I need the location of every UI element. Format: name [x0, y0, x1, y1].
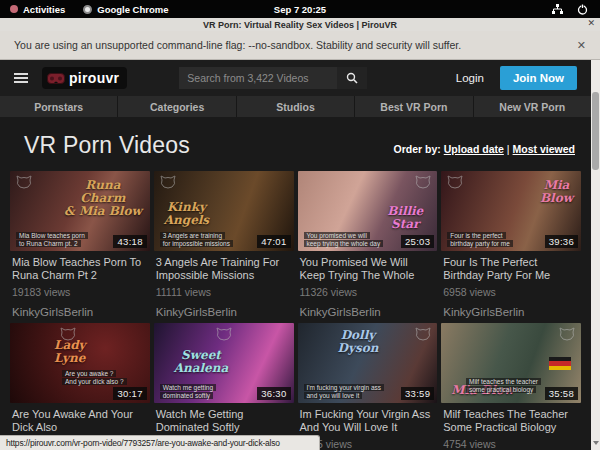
video-title[interactable]: 3 Angels Are Training For Impossible Mis…	[154, 256, 294, 281]
network-icon[interactable]	[552, 4, 563, 15]
thumbnail-caption: Watch me gettingdominated softly	[160, 384, 216, 399]
thumbnail-caption: Are you awake ?And your dick also ?	[62, 370, 127, 385]
thumbnail-caption: Mia Blow teaches pornto Runa Charm pt. 2	[16, 232, 88, 247]
duration-badge: 25:03	[401, 235, 434, 248]
view-count: 11326 views	[298, 286, 438, 298]
activities-icon	[10, 5, 18, 13]
chrome-icon	[83, 5, 92, 14]
view-count: 11111 views	[154, 286, 294, 298]
scrollbar-thumb[interactable]	[592, 92, 599, 170]
duration-badge: 43:18	[113, 235, 146, 248]
nav-item-studios[interactable]: Studios	[237, 96, 354, 117]
video-title[interactable]: Four Is The Perfect Birthday Party For M…	[441, 256, 581, 281]
thumbnail-overlay-title: Kinky Angels	[164, 201, 209, 227]
vr-headset-icon	[47, 73, 65, 84]
search-input[interactable]	[179, 67, 337, 89]
duration-badge: 30:17	[113, 387, 146, 400]
page-content: VR Porn Videos Order by: Upload date|Mos…	[0, 117, 591, 450]
order-separator: |	[504, 143, 513, 155]
duration-badge: 35:58	[545, 387, 578, 400]
thumbnail-caption: Four is the perfectbirthday party for me	[447, 232, 513, 247]
hamburger-menu-icon[interactable]	[14, 73, 28, 83]
studio-link[interactable]: KinkyGirlsBerlin	[298, 306, 438, 318]
video-thumbnail[interactable]: Sweet Analena Watch me gettingdominated …	[154, 323, 294, 403]
studio-link[interactable]: KinkyGirlsBerlin	[154, 306, 294, 318]
video-card[interactable]: Lady Lyne Are you awake ?And your dick a…	[10, 323, 150, 450]
video-card[interactable]: Dolly Dyson I'm fucking your virgin assa…	[298, 323, 438, 450]
video-title[interactable]: Mia Blow Teaches Porn To Runa Charm Pt 2	[10, 256, 150, 281]
order-by-most-viewed-link[interactable]: Most viewed	[513, 143, 575, 155]
status-url: https://pirouvr.com/vr-porn-video/779325…	[6, 438, 280, 448]
order-by-controls: Order by: Upload date|Most viewed	[394, 143, 575, 159]
site-header: pirouvr Login Join Now	[0, 60, 591, 96]
window-title-bar: VR Porn: Virtual Reality Sex Videos | Pi…	[0, 18, 600, 31]
video-thumbnail[interactable]: Mia Blow Milf teaches the teachersome pr…	[441, 323, 581, 403]
video-title[interactable]: Watch Me Getting Dominated Softly	[154, 408, 294, 433]
video-thumbnail[interactable]: Lady Lyne Are you awake ?And your dick a…	[10, 323, 150, 403]
app-menu-label: Google Chrome	[97, 4, 168, 15]
site-logo[interactable]: pirouvr	[42, 67, 127, 89]
video-thumbnail[interactable]: Billie Star You promised we willkeep try…	[298, 171, 438, 251]
activities-button[interactable]: Activities	[10, 4, 65, 15]
order-by-upload-date-link[interactable]: Upload date	[444, 143, 504, 155]
studio-link[interactable]: KinkyGirlsBerlin	[10, 306, 150, 318]
video-title[interactable]: Im Fucking Your Virgin Ass And You Will …	[298, 408, 438, 433]
thumbnail-caption: Milf teaches the teachersome practical b…	[466, 378, 541, 393]
scrollbar-down-arrow-icon[interactable]	[591, 438, 600, 448]
video-card[interactable]: Mia Blow Four is the perfectbirthday par…	[441, 171, 581, 318]
video-card[interactable]: Sweet Analena Watch me gettingdominated …	[154, 323, 294, 450]
video-title[interactable]: You Promised We Will Keep Trying The Who…	[298, 256, 438, 281]
logo-text: pirouvr	[69, 70, 119, 86]
system-top-bar: Activities Google Chrome Sep 7 20:25	[0, 0, 600, 18]
studio-watermark-icon	[160, 175, 176, 193]
window-close-icon[interactable]: ✕	[587, 18, 595, 28]
duration-badge: 47:01	[257, 235, 290, 248]
video-title[interactable]: Milf Teaches The Teacher Some Practical …	[441, 408, 581, 433]
duration-badge: 33:59	[401, 387, 434, 400]
search-bar	[179, 67, 367, 89]
login-link[interactable]: Login	[446, 68, 494, 88]
thumbnail-overlay-title: Dolly Dyson	[338, 329, 379, 355]
studio-watermark-icon	[60, 327, 76, 345]
page-title: VR Porn Videos	[24, 132, 190, 159]
studio-watermark-icon	[415, 175, 431, 193]
studio-link[interactable]: KinkyGirlsBerlin	[441, 306, 581, 318]
video-grid: Runa Charm & Mia Blow Mia Blow teaches p…	[0, 171, 591, 450]
video-card[interactable]: Kinky Angels 3 Angels are trainingfor im…	[154, 171, 294, 318]
chrome-infobar: You are using an unsupported command-lin…	[0, 31, 600, 60]
window-title: VR Porn: Virtual Reality Sex Videos | Pi…	[203, 20, 397, 30]
thumbnail-overlay-title: Mia Blow	[540, 179, 573, 205]
search-button[interactable]	[337, 67, 367, 89]
nav-item-best-vr-porn[interactable]: Best VR Porn	[355, 96, 472, 117]
view-count: 19183 views	[10, 286, 150, 298]
thumbnail-caption: 3 Angels are trainingfor impossible miss…	[160, 232, 233, 247]
nav-item-categories[interactable]: Categories	[118, 96, 235, 117]
video-thumbnail[interactable]: Mia Blow Four is the perfectbirthday par…	[441, 171, 581, 251]
video-card[interactable]: Mia Blow Milf teaches the teachersome pr…	[441, 323, 581, 450]
order-by-label: Order by:	[394, 143, 441, 155]
vertical-scrollbar[interactable]	[591, 60, 600, 450]
thumbnail-overlay-title: Sweet Analena	[174, 349, 229, 375]
video-thumbnail[interactable]: Dolly Dyson I'm fucking your virgin assa…	[298, 323, 438, 403]
video-title[interactable]: Are You Awake And Your Dick Also	[10, 408, 150, 433]
video-thumbnail[interactable]: Kinky Angels 3 Angels are trainingfor im…	[154, 171, 294, 251]
studio-watermark-icon	[559, 327, 575, 345]
video-card[interactable]: Billie Star You promised we willkeep try…	[298, 171, 438, 318]
thumbnail-caption: You promised we willkeep trying the whol…	[304, 232, 384, 247]
nav-item-pornstars[interactable]: Pornstars	[0, 96, 117, 117]
main-nav: Pornstars Categories Studios Best VR Por…	[0, 96, 591, 117]
view-count: 4754 views	[441, 438, 581, 450]
nav-item-new-vr-porn[interactable]: New VR Porn	[474, 96, 591, 117]
duration-badge: 39:36	[545, 235, 578, 248]
thumbnail-overlay-title: Runa Charm & Mia Blow	[64, 179, 142, 219]
clock[interactable]: Sep 7 20:25	[274, 4, 326, 15]
power-icon[interactable]	[577, 4, 588, 15]
app-menu-button[interactable]: Google Chrome	[83, 4, 168, 15]
infobar-close-icon[interactable]: ✕	[577, 39, 586, 52]
video-thumbnail[interactable]: Runa Charm & Mia Blow Mia Blow teaches p…	[10, 171, 150, 251]
german-flag	[549, 357, 571, 370]
view-count: 6958 views	[441, 286, 581, 298]
video-card[interactable]: Runa Charm & Mia Blow Mia Blow teaches p…	[10, 171, 150, 318]
join-now-button[interactable]: Join Now	[500, 66, 577, 90]
studio-watermark-icon	[415, 327, 431, 345]
